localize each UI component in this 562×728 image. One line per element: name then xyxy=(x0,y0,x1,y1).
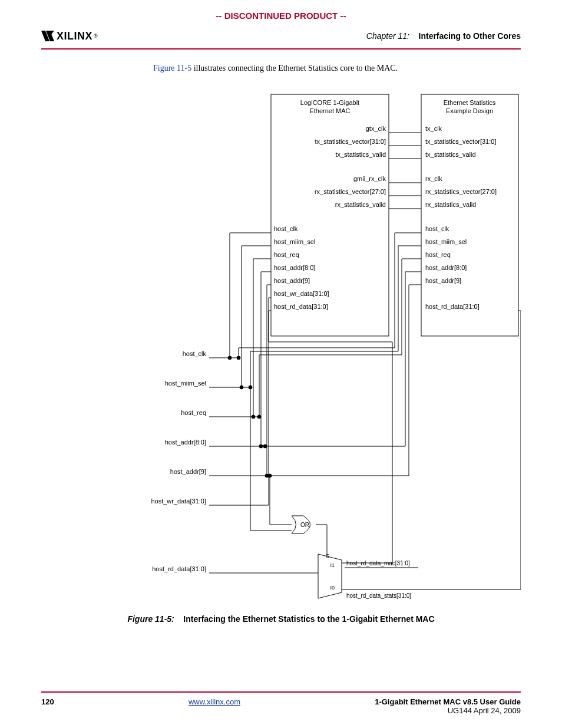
xilinx-logo: XILINX® xyxy=(41,30,98,42)
routing-wires xyxy=(209,233,521,589)
sig: host_miim_sel xyxy=(274,238,315,245)
figure-title: Interfacing the Ethernet Statistics to t… xyxy=(183,614,434,624)
svg-text:S: S xyxy=(326,553,329,559)
sig: host_addr[8:0] xyxy=(425,264,467,271)
sig: tx_statistics_vector[31:0] xyxy=(425,138,496,145)
sig: host_addr[9] xyxy=(425,277,461,284)
sig: host_rd_data[31:0] xyxy=(425,303,480,310)
or-gate: OR xyxy=(242,387,310,533)
footer-doc-title: 1-Gigabit Ethernet MAC v8.5 User Guide xyxy=(375,697,521,706)
svg-text:host_req: host_req xyxy=(181,409,206,416)
svg-point-33 xyxy=(259,444,263,448)
sig: host_rd_data[31:0] xyxy=(274,303,328,310)
chapter-heading: Chapter 11: Interfacing to Other Cores xyxy=(366,31,521,41)
mux: S I1 I0 host_rd_data_mac[31:0] host_rd_d… xyxy=(318,551,418,599)
group1-wires xyxy=(389,133,421,159)
group2-wires xyxy=(389,183,421,209)
stats-box-title-2: Example Design xyxy=(446,107,493,114)
svg-text:I0: I0 xyxy=(330,585,335,591)
sig: gmii_rx_clk xyxy=(353,175,386,182)
chapter-label: Chapter 11: xyxy=(366,31,409,41)
sig: host_addr[9] xyxy=(274,277,310,284)
svg-text:host_rd_data[31:0]: host_rd_data[31:0] xyxy=(152,565,206,572)
sig: host_addr[8:0] xyxy=(274,264,315,271)
svg-point-24 xyxy=(228,356,232,360)
sig: tx_statistics_vector[31:0] xyxy=(315,138,386,145)
svg-point-27 xyxy=(240,386,243,389)
svg-point-34 xyxy=(263,444,267,448)
svg-text:host_rd_data_mac[31:0]: host_rd_data_mac[31:0] xyxy=(346,560,410,566)
sig: tx_statistics_valid xyxy=(335,151,386,158)
mac-box-title-2: Ethernet MAC xyxy=(309,107,350,114)
stats-box-title-1: Ethernet Statistics xyxy=(444,99,496,106)
sig: host_miim_sel xyxy=(425,238,467,245)
footer-doc-sub: UG144 April 24, 2009 xyxy=(375,706,521,715)
svg-text:host_miim_sel: host_miim_sel xyxy=(165,380,206,387)
sig: host_req xyxy=(425,251,451,258)
svg-point-25 xyxy=(237,356,240,360)
banner-discontinued: -- DISCONTINUED PRODUCT -- xyxy=(0,0,562,21)
sig: gtx_clk xyxy=(366,125,386,132)
svg-text:host_addr[8:0]: host_addr[8:0] xyxy=(165,439,206,446)
intro-rest: illustrates connecting the Ethernet Stat… xyxy=(191,64,398,73)
svg-point-31 xyxy=(257,415,261,419)
svg-text:OR: OR xyxy=(300,522,309,528)
svg-text:I1: I1 xyxy=(330,562,335,568)
logo-reg: ® xyxy=(94,33,98,39)
sig: rx_clk xyxy=(425,175,442,182)
page-footer: 120 www.xilinx.com 1-Gigabit Ethernet MA… xyxy=(41,691,521,715)
sig: rx_statistics_vector[27:0] xyxy=(315,188,386,195)
sig: tx_clk xyxy=(425,125,442,132)
sig: rx_statistics_vector[27:0] xyxy=(425,188,497,195)
figure-ref-link[interactable]: Figure 11-5 xyxy=(153,64,191,73)
external-signals: host_clk host_miim_sel host_req host_add… xyxy=(151,350,206,572)
figure-number: Figure 11-5: xyxy=(127,614,174,624)
sig: host_clk xyxy=(425,225,449,232)
xilinx-logo-icon xyxy=(41,31,54,41)
sig: host_clk xyxy=(274,225,298,232)
figure-caption: Figure 11-5: Interfacing the Ethernet St… xyxy=(0,614,562,624)
svg-text:host_clk: host_clk xyxy=(183,350,207,357)
intro-text: Figure 11-5 illustrates connecting the E… xyxy=(153,64,398,73)
svg-point-30 xyxy=(252,415,255,419)
page-header: XILINX® Chapter 11: Interfacing to Other… xyxy=(41,27,521,50)
logo-text: XILINX xyxy=(57,30,92,42)
figure-diagram: LogiCORE 1-Gigabit Ethernet MAC Ethernet… xyxy=(41,88,521,601)
sig: host_wr_data[31:0] xyxy=(274,290,329,297)
sig: rx_statistics_valid xyxy=(335,201,386,208)
mac-box-title-1: LogiCORE 1-Gigabit xyxy=(300,99,359,106)
chapter-title: Interfacing to Other Cores xyxy=(419,31,521,41)
page-number: 120 xyxy=(41,697,54,715)
footer-link[interactable]: www.xilinx.com xyxy=(189,697,240,706)
sig: host_req xyxy=(274,251,299,258)
sig: rx_statistics_valid xyxy=(425,201,476,208)
svg-text:host_rd_data_stats[31:0]: host_rd_data_stats[31:0] xyxy=(346,592,411,599)
svg-text:host_addr[9]: host_addr[9] xyxy=(170,468,206,475)
sig: tx_statistics_valid xyxy=(425,151,476,158)
svg-text:host_wr_data[31:0]: host_wr_data[31:0] xyxy=(151,498,206,505)
